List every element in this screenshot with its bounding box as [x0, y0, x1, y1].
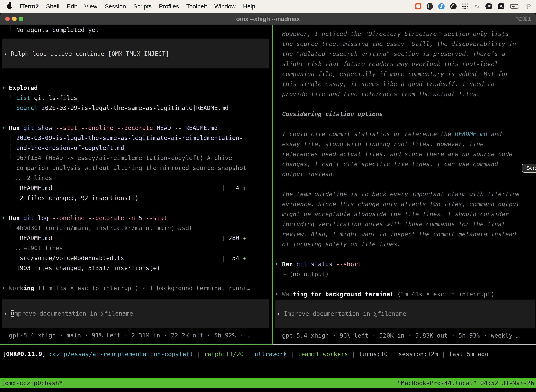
menu-items: ShellEditViewSessionScriptsProfilesToolb…: [46, 3, 263, 10]
terminal-line: the source tree, missing the essay. Stil…: [275, 39, 536, 49]
a-square-icon[interactable]: A: [498, 2, 504, 10]
menu-item-scripts[interactable]: Scripts: [133, 3, 152, 10]
menu-item-window[interactable]: Window: [214, 3, 236, 10]
menu-item-profiles[interactable]: Profiles: [159, 3, 179, 10]
squiggle-icon[interactable]: ∿: [474, 2, 480, 10]
terminal-line: output instead.: [275, 169, 536, 179]
session-status-left: gpt-5.4 xhigh · main · 91% left · 2.31M …: [2, 330, 272, 340]
omx-status-segment: |: [193, 350, 204, 358]
terminal-line: review. Also, I might want to inspect th…: [275, 229, 536, 239]
dots-grid-icon[interactable]: [462, 2, 469, 10]
prompt-input-right[interactable]: › Improve documentation in @filename: [275, 300, 536, 328]
omx-status-segment: ultrawork: [254, 350, 287, 358]
menu-status-icons: ∿ ..61 A ϟ: [415, 2, 531, 10]
omx-status-segment: |: [388, 350, 398, 358]
omx-status-segment: last:5m ago: [449, 350, 488, 358]
omx-status-segment: [OMX#0.11.9]: [2, 350, 46, 358]
terminal-line: [2, 113, 272, 123]
dark-disc-icon[interactable]: [450, 2, 456, 10]
terminal-line: However, I noticed the "Directory Struct…: [275, 29, 536, 39]
window-title-bar[interactable]: omx --xhigh --madmax ⌥⌘1: [0, 13, 536, 25]
terminal-line: └ List git ls-files: [2, 93, 272, 103]
terminal-line: … +2 lines: [2, 173, 272, 183]
prompt-input-left[interactable]: › Improve documentation in @filename: [2, 299, 269, 327]
blue-badge-icon[interactable]: [438, 2, 445, 10]
omx-status-segment: ralph:11/20: [204, 350, 244, 358]
terminal-line: I could cite commit statistics or refere…: [275, 129, 536, 139]
prompt-placeholder: Improve documentation in @filename: [284, 310, 406, 317]
wifi-icon[interactable]: [524, 2, 531, 10]
terminal-line: this single essay, it seems like a good …: [275, 79, 536, 89]
terminal-line: • Working (11m 13s • esc to interrupt) ·…: [2, 283, 272, 293]
omx-status-segment: cczip/essay/ai-reimplementation-copyleft: [49, 350, 193, 358]
menu-item-view[interactable]: View: [84, 3, 97, 10]
injected-prompt-box: › Ralph loop active continue [OMX_TMUX_I…: [2, 39, 269, 69]
menu-item-toolbelt[interactable]: Toolbelt: [187, 3, 207, 10]
tmux-host-clock: "MacBook-Pro-44.local" 04:52 31-Mar-26: [397, 378, 534, 388]
terminal-line: [275, 99, 536, 109]
omx-status-segment: session:12m: [398, 350, 438, 358]
tmux-session-name: [omx-cczip0:bash*: [1, 378, 62, 388]
terminal-line: Considering citation options: [275, 109, 536, 119]
terminal-line: │ and-the-erosion-of-copyleft.md: [2, 143, 272, 153]
text-cursor: I: [11, 310, 14, 317]
terminal-line: README.md | 280 +: [2, 233, 272, 243]
terminal-line: • Ran git log --oneline --decorate -n 5 …: [2, 213, 272, 223]
terminal-line: README.md | 4 +: [2, 183, 272, 193]
chat-app-icon[interactable]: [415, 2, 421, 10]
prompt-arrow: ›: [4, 50, 11, 57]
terminal-line: slight risk that future readers may over…: [275, 59, 536, 69]
terminal-line: • Explored: [2, 83, 272, 93]
terminal-line: └ (no output): [275, 269, 536, 279]
menu-item-app[interactable]: iTerm2: [19, 3, 39, 10]
terminal-line: [275, 279, 536, 289]
terminal-line: [275, 179, 536, 189]
terminal-line: │ 2026-03-09-is-legal-the-same-as-legiti…: [2, 133, 272, 143]
omx-status-segment: |: [348, 350, 359, 358]
terminal-line: 2 files changed, 92 insertions(+): [2, 193, 272, 203]
terminal-line: [2, 203, 272, 213]
menu-item-session[interactable]: Session: [105, 3, 126, 10]
omx-status-segment: [46, 350, 49, 358]
terminal-line: [2, 273, 272, 283]
terminal-line: references need actual files, and since …: [275, 149, 536, 159]
terminal-line: Search 2026-03-09-is-legal-the-same-as-l…: [2, 103, 272, 113]
omx-status-segment: team:1 workers: [298, 350, 348, 358]
session-status-right: gpt-5.4 xhigh · 96% left · 520K in · 5.8…: [275, 331, 536, 341]
tmux-status-bar: [omx-cczip0:bash* "MacBook-Pro-44.local"…: [0, 378, 536, 388]
injected-prompt-text: Ralph loop active continue [OMX_TMUX_INJ…: [11, 50, 169, 57]
menu-item-edit[interactable]: Edit: [67, 3, 77, 10]
menu-item-shell[interactable]: Shell: [46, 3, 59, 10]
menu-item-help[interactable]: Help: [243, 3, 255, 10]
badge-61-icon[interactable]: ..61: [485, 2, 492, 10]
terminal-line: evidence. Since this change only affects…: [275, 199, 536, 209]
terminal-line: └ 067f154 (HEAD -> essay/ai-reimplementa…: [2, 153, 272, 163]
terminal-line: src/voice/voiceModeEnabled.ts | 54 +: [2, 253, 272, 263]
terminal-line: • Ran git status --short: [275, 259, 536, 269]
terminal-pane-right[interactable]: However, I noticed the "Directory Struct…: [273, 25, 536, 344]
pane-border-bottom-right: [273, 344, 536, 345]
terminal-line: of focusing solely on file lines.: [275, 239, 536, 249]
desktop: { "menubar": { "app": "iTerm2", "items":…: [0, 0, 536, 392]
iterm-window: omx --xhigh --madmax ⌥⌘1 └ No agents com…: [0, 13, 536, 392]
omx-status-segment: |: [438, 350, 449, 358]
terminal-line: essay file, along with finding root file…: [275, 139, 536, 149]
shield-icon[interactable]: [427, 2, 433, 10]
terminal-line: changes, I can't cite specific file line…: [275, 159, 536, 169]
battery-icon[interactable]: ϟ: [510, 2, 518, 10]
window-shortcut-badge: ⌥⌘1: [515, 13, 532, 25]
terminal-pane-left[interactable]: └ No agents completed yet › Ralph loop a…: [0, 25, 272, 344]
omx-status-line: [OMX#0.11.9] cczip/essay/ai-reimplementa…: [2, 349, 488, 359]
terminal-line: [275, 119, 536, 129]
terminal-line: … +1901 lines: [2, 243, 272, 253]
terminal-line: 1903 files changed, 513517 insertions(+): [2, 263, 272, 273]
screen-capture-tooltip[interactable]: Scre: [522, 163, 536, 173]
apple-menu-icon[interactable]: [7, 4, 12, 9]
terminal-line: including verification notes with those …: [275, 219, 536, 229]
terminal-line: provide file and line references from th…: [275, 89, 536, 99]
pane-divider[interactable]: [272, 25, 273, 345]
prompt-placeholder: mprove documentation in @filename: [14, 310, 133, 317]
terminal-line: [275, 249, 536, 259]
omx-status-segment: |: [244, 350, 254, 358]
terminal-line: companion analysis without altering the …: [2, 163, 272, 173]
